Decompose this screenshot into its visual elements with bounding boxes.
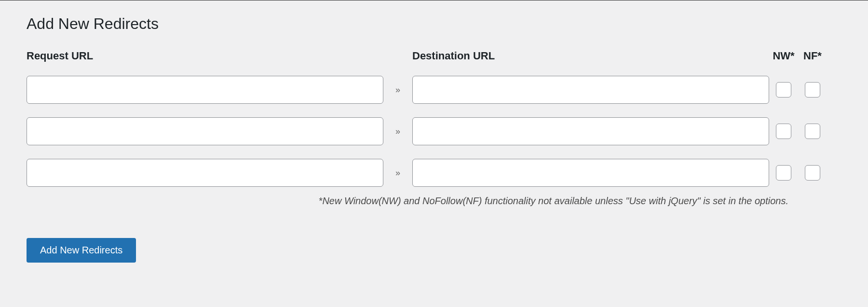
column-header-nf: NF*	[798, 50, 827, 62]
nf-checkbox[interactable]	[805, 82, 820, 98]
request-url-input[interactable]	[27, 76, 383, 104]
redirect-form-grid: Request URL Destination URL NW* NF* » » …	[27, 50, 841, 187]
nw-checkbox[interactable]	[776, 124, 791, 139]
request-url-input[interactable]	[27, 159, 383, 187]
column-header-request: Request URL	[27, 50, 383, 62]
nf-checkbox[interactable]	[805, 124, 820, 139]
destination-url-input[interactable]	[412, 159, 769, 187]
nf-checkbox[interactable]	[805, 165, 820, 181]
request-url-input[interactable]	[27, 117, 383, 145]
arrow-icon: »	[383, 168, 412, 178]
column-header-nw: NW*	[769, 50, 798, 62]
add-new-redirects-button[interactable]: Add New Redirects	[27, 238, 136, 263]
arrow-icon: »	[383, 85, 412, 95]
footnote-text: *New Window(NW) and NoFollow(NF) functio…	[27, 195, 841, 207]
destination-url-input[interactable]	[412, 117, 769, 145]
destination-url-input[interactable]	[412, 76, 769, 104]
arrow-icon: »	[383, 126, 412, 137]
nw-checkbox[interactable]	[776, 165, 791, 181]
page-title: Add New Redirects	[27, 15, 841, 33]
column-header-destination: Destination URL	[412, 50, 769, 62]
nw-checkbox[interactable]	[776, 82, 791, 98]
